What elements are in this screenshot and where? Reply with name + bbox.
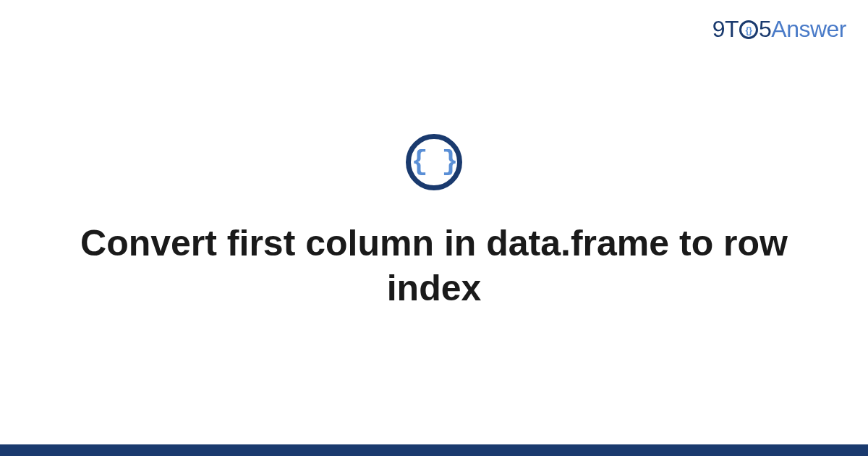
footer-accent-bar [0, 444, 868, 456]
main-content: { } Convert first column in data.frame t… [0, 0, 868, 444]
braces-glyph: { } [412, 148, 456, 176]
code-braces-icon: { } [406, 134, 462, 190]
page-title: Convert first column in data.frame to ro… [72, 221, 796, 311]
